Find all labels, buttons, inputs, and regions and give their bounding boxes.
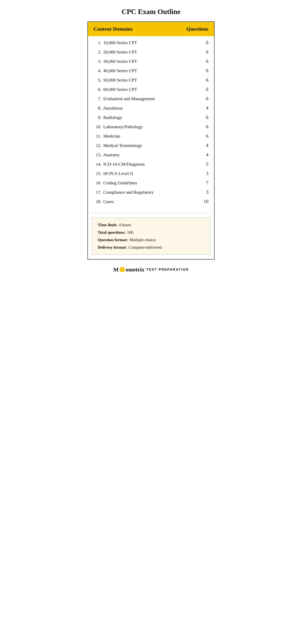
time-limit-label: Time limit:	[98, 222, 117, 227]
row-count: 5	[203, 161, 208, 167]
row-name: HCPCS Level II	[102, 171, 133, 176]
row-number: 13.	[94, 152, 101, 158]
row-number: 7.	[94, 96, 101, 101]
delivery-format-value: Computer-delivered	[129, 245, 162, 250]
row-name: Medical Terminology	[102, 143, 142, 148]
row-number: 1.	[94, 40, 101, 45]
table-row: 16. Coding Guidelines 7	[94, 178, 208, 188]
logo-checkmark-icon: ✓	[120, 267, 125, 272]
row-name: Anatomy	[102, 152, 120, 158]
column-header-domains: Content Domains	[94, 26, 133, 32]
row-name: 40,000 Series CPT	[102, 68, 137, 73]
table-row: 14. ICD-10-CM/Diagnosis 5	[94, 160, 208, 169]
row-name: Cases	[102, 199, 114, 204]
column-header-questions: Questions	[186, 26, 208, 32]
delivery-format-label: Delivery format:	[98, 245, 127, 250]
table-row: 7. Evaluation and Management 6	[94, 94, 208, 104]
row-name: 30,000 Series CPT	[102, 59, 137, 64]
row-number: 17.	[94, 190, 101, 195]
row-number: 18.	[94, 199, 101, 204]
row-name: Medicine	[102, 134, 120, 139]
row-number: 5.	[94, 78, 101, 83]
row-name: Compliance and Regulatory	[102, 190, 154, 195]
question-format-value: Multiple-choice	[129, 238, 156, 242]
table-row: 1. 10,000 Series CPT 6	[94, 38, 208, 47]
row-number: 4.	[94, 68, 101, 73]
row-count: 6	[203, 49, 208, 55]
info-box: Time limit: 4 hours Total questions: 100…	[92, 218, 210, 254]
row-count: 6	[203, 77, 208, 83]
total-questions-value: 100	[127, 230, 133, 235]
row-name: Evaluation and Management	[102, 96, 155, 101]
page-title: CPC Exam Outline	[122, 8, 181, 16]
row-name: 20,000 Series CPT	[102, 50, 137, 54]
row-count: 10	[203, 199, 208, 204]
info-question-format: Question format: Multiple-choice	[98, 238, 204, 242]
row-count: 4	[203, 105, 208, 111]
table-row: 5. 50,000 Series CPT 6	[94, 75, 208, 85]
table-row: 15. HCPCS Level II 3	[94, 169, 208, 178]
row-count: 6	[203, 58, 208, 64]
row-number: 12.	[94, 143, 101, 148]
row-count: 3	[203, 171, 208, 176]
main-table: Content Domains Questions 1. 10,000 Seri…	[87, 21, 215, 260]
row-count: 6	[203, 124, 208, 130]
total-questions-label: Total questions:	[98, 230, 126, 235]
row-name: 10,000 Series CPT	[102, 40, 137, 45]
row-count: 6	[203, 133, 208, 139]
logo-etrix: ometrix	[126, 266, 144, 273]
row-name: Laboratory/Pathology	[102, 124, 143, 129]
table-row: 9. Radiology 6	[94, 113, 208, 122]
row-name: 60,000 Series CPT	[102, 87, 137, 92]
info-time-limit: Time limit: 4 hours	[98, 222, 204, 227]
row-count: 3	[203, 189, 208, 195]
table-row: 12. Medical Terminology 4	[94, 141, 208, 150]
row-number: 14.	[94, 162, 101, 167]
row-name: ICD-10-CM/Diagnosis	[102, 162, 145, 167]
table-row: 6. 60,000 Series CPT 6	[94, 85, 208, 94]
row-count: 4	[203, 143, 208, 148]
row-number: 6.	[94, 87, 101, 92]
logo-test-preparation: TEST PREPARATION	[146, 268, 189, 272]
table-row: 17. Compliance and Regulatory 3	[94, 188, 208, 197]
table-body: 1. 10,000 Series CPT 6 2. 20,000 Series …	[88, 36, 214, 210]
row-count: 6	[203, 114, 208, 120]
table-row: 11. Medicine 6	[94, 132, 208, 141]
row-count: 6	[203, 40, 208, 46]
table-row: 2. 20,000 Series CPT 6	[94, 47, 208, 57]
table-row: 10. Laboratory/Pathology 6	[94, 122, 208, 132]
logo-m: M	[113, 266, 118, 273]
row-count: 4	[203, 152, 208, 158]
row-name: Coding Guidelines	[102, 180, 137, 186]
row-name: Radiology	[102, 115, 122, 120]
row-count: 6	[203, 68, 208, 74]
row-number: 2.	[94, 50, 101, 54]
row-number: 3.	[94, 59, 101, 64]
row-count: 6	[203, 86, 208, 92]
row-number: 8.	[94, 106, 101, 111]
table-row: 13. Anatomy 4	[94, 150, 208, 160]
info-delivery-format: Delivery format: Computer-delivered	[98, 245, 204, 250]
row-number: 11.	[94, 134, 101, 139]
time-limit-value: 4 hours	[119, 222, 131, 227]
question-format-label: Question format:	[98, 238, 128, 242]
row-count: 6	[203, 96, 208, 102]
row-name: Anesthesia	[102, 106, 123, 111]
info-total-questions: Total questions: 100	[98, 230, 204, 235]
table-header: Content Domains Questions	[88, 22, 214, 36]
table-row: 4. 40,000 Series CPT 6	[94, 66, 208, 75]
table-row: 18. Cases 10	[94, 197, 208, 206]
row-number: 9.	[94, 115, 101, 120]
row-number: 16.	[94, 180, 101, 186]
table-row: 3. 30,000 Series CPT 6	[94, 57, 208, 66]
row-number: 15.	[94, 171, 101, 176]
footer-logo: M ✓ ometrix TEST PREPARATION	[113, 266, 189, 273]
row-name: 50,000 Series CPT	[102, 78, 137, 83]
row-number: 10.	[94, 124, 101, 129]
table-row: 8. Anesthesia 4	[94, 104, 208, 113]
row-count: 7	[203, 180, 208, 186]
